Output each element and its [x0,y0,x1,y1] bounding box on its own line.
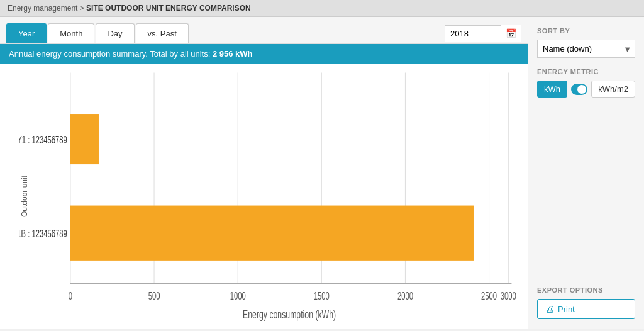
print-label: Print [558,305,575,314]
svg-text:500: 500 [148,290,160,302]
tab-day[interactable]: Day [96,23,134,43]
print-icon: 🖨 [545,304,554,314]
export-section: EXPORT OPTIONS 🖨 Print [537,286,635,319]
energy-metric-title: ENERGY METRIC [537,68,635,76]
main-content: Year Month Day vs. Past 📅 Annual energy … [0,17,644,329]
svg-text:1500: 1500 [314,290,330,302]
breadcrumb-current: SITE OUTDOOR UNIT ENERGY COMPARISON [86,4,251,13]
svg-text:Energy consumption (kWh): Energy consumption (kWh) [243,308,336,320]
calendar-button[interactable]: 📅 [501,25,521,42]
energy-metric-row: kWh kWh/m2 [537,81,635,98]
left-panel: Year Month Day vs. Past 📅 Annual energy … [0,17,528,329]
bar-2 [70,206,474,261]
sort-by-title: SORT BY [537,27,635,35]
export-title: EXPORT OPTIONS [537,286,635,294]
svg-text:2500: 2500 [481,290,497,302]
svg-text:[305] REMQ8PY1 : 123456789: [305] REMQ8PY1 : 123456789 [19,134,67,146]
sort-select-wrap: Name (down) Name (up) Value (down) Value… [537,40,635,58]
y-axis-label: Outdoor unit [20,176,29,217]
summary-banner: Annual energy consumption summary. Total… [0,44,528,64]
chart-svg: [305] REMQ8PY1 : 123456789 [400] RYYQ8T7… [19,64,528,329]
summary-value: 2 956 kWh [213,49,253,59]
kwh-button[interactable]: kWh [537,81,567,98]
year-input[interactable] [445,25,501,42]
breadcrumb: Energy management > SITE OUTDOOR UNIT EN… [0,0,644,17]
chart-area: Outdoor unit [305] REMQ8PY1 [0,64,528,329]
tabs-container: Year Month Day vs. Past [6,23,189,43]
svg-text:1000: 1000 [230,290,246,302]
kwh-m2-button[interactable]: kWh/m2 [591,81,635,98]
svg-text:0: 0 [69,290,73,302]
year-input-wrap: 📅 [445,25,521,42]
breadcrumb-link[interactable]: Energy management [8,4,77,13]
sort-by-section: SORT BY Name (down) Name (up) Value (dow… [537,27,635,58]
tabs-row: Year Month Day vs. Past 📅 [0,17,528,44]
print-button[interactable]: 🖨 Print [537,299,635,319]
tab-vs-past[interactable]: vs. Past [136,23,189,43]
sort-select[interactable]: Name (down) Name (up) Value (down) Value… [537,40,635,58]
tab-month[interactable]: Month [48,23,94,43]
summary-text: Annual energy consumption summary. Total… [9,49,213,59]
bar-1 [70,114,99,164]
right-panel: SORT BY Name (down) Name (up) Value (dow… [528,17,644,329]
tab-year[interactable]: Year [6,23,47,43]
svg-text:3000: 3000 [501,290,516,302]
energy-metric-section: ENERGY METRIC kWh kWh/m2 [537,68,635,98]
breadcrumb-separator: > [80,4,86,13]
svg-text:2000: 2000 [397,290,413,302]
svg-text:[400] RYYQ8T7Y1B : 123456789: [400] RYYQ8T7Y1B : 123456789 [19,228,67,240]
metric-toggle[interactable] [571,84,587,95]
